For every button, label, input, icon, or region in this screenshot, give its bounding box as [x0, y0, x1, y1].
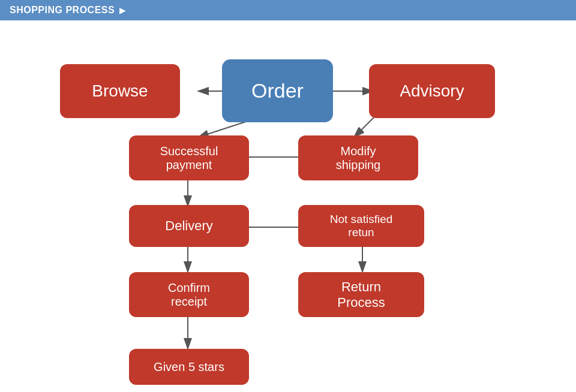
node-browse: Browse — [60, 64, 180, 118]
header-arrow: ▶ — [119, 5, 126, 15]
node-modify-shipping: Modify shipping — [298, 135, 418, 180]
header: SHOPPING PROCESS ▶ — [0, 0, 576, 20]
node-not-satisfied: Not satisfied retun — [298, 205, 424, 247]
node-given-5-stars: Given 5 stars — [129, 349, 249, 385]
node-successful-payment: Successful payment — [129, 135, 249, 180]
node-advisory: Advisory — [369, 64, 495, 118]
header-title: SHOPPING PROCESS — [10, 5, 115, 16]
node-delivery: Delivery — [129, 205, 249, 247]
node-order: Order — [222, 59, 333, 122]
node-return-process: Return Process — [298, 272, 424, 317]
diagram-area: Browse Order Advisory Successful payment… — [0, 20, 576, 388]
node-confirm-receipt: Confirm receipt — [129, 272, 249, 317]
